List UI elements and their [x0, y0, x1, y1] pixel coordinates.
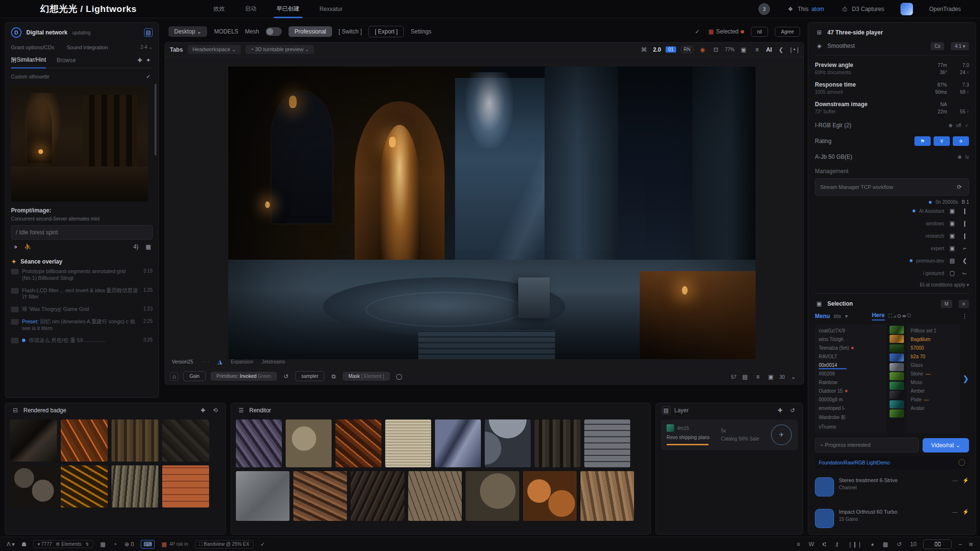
person-icon[interactable]: ⛹ [23, 242, 32, 251]
user-avatar[interactable]: 3 [758, 3, 770, 15]
stream-manager-input[interactable]: Stream Manager TCP workflow ⟳ [815, 178, 969, 196]
col-here[interactable]: Here [872, 312, 885, 320]
gain-button[interactable]: Gain [183, 371, 206, 381]
bandview-pill[interactable]: ⛶ Bandview @ 25% EX [195, 540, 254, 549]
property-row[interactable]: Response time 87% 7.3 1005 amount 50ms 6… [815, 81, 969, 95]
history-item[interactable]: Flash-LCD filter… rect invert & idea 重历程… [11, 285, 153, 304]
list-view-icon[interactable]: ≡ [754, 373, 762, 381]
selection-thumb[interactable] [890, 391, 904, 399]
selection-value-row[interactable]: Amber — [911, 386, 956, 395]
object-name[interactable]: Smoothest [827, 43, 855, 49]
texture-thumb[interactable] [466, 471, 519, 521]
texture-thumb[interactable] [335, 419, 381, 467]
chevron-down-icon[interactable]: ⌄ [789, 373, 798, 381]
layer-icon-b[interactable]: ❙ [960, 219, 969, 228]
texture-thumb[interactable] [408, 471, 462, 521]
tab-sound-integration[interactable]: Sound integration [67, 44, 108, 50]
texture-thumb[interactable] [385, 419, 431, 467]
selection-row[interactable]: RAVOLT [819, 352, 883, 361]
rating-button[interactable]: ¥ [934, 136, 950, 146]
layer-item[interactable]: expert ▣ ⌐ [815, 242, 969, 254]
texture-thumb[interactable] [293, 471, 347, 521]
prompt-input[interactable] [11, 225, 153, 240]
asset-card[interactable]: Stereo treatment 6-Strive Channel — ⚡ [815, 474, 969, 500]
selection-row[interactable]: Rainbow [819, 378, 883, 386]
doc-icon[interactable]: ▤ [144, 28, 153, 37]
workspace-pill[interactable]: Headworkspace ⌄ [188, 45, 241, 54]
selection-row[interactable]: Teenalza (5m) [819, 343, 883, 352]
col-caret-icon[interactable]: ▾ [845, 313, 848, 320]
layer-item[interactable]: i gestured ▢ ⌙ [815, 267, 969, 279]
layer-icon-a[interactable]: ▣ [948, 231, 957, 240]
texture-thumb[interactable] [162, 465, 209, 507]
selection-value-row[interactable]: Avatar — [911, 404, 956, 412]
jetstreams-label[interactable]: Jetstreams [262, 359, 285, 364]
selection-thumb[interactable] [890, 326, 904, 334]
selection-thumb[interactable] [890, 400, 904, 408]
selection-value-row[interactable]: Glass — [911, 361, 956, 369]
frame-icon[interactable]: ⊡ [712, 45, 720, 54]
menu-lines-icon[interactable]: ≡ [753, 45, 761, 54]
statusbar-icon[interactable]: W [809, 541, 814, 548]
selection-row[interactable]: #00209 [819, 369, 883, 378]
minus-icon[interactable]: – [958, 541, 962, 548]
keyboard-active-icon[interactable]: ⌨ [141, 540, 155, 549]
menu-item[interactable]: 效效 [212, 3, 226, 15]
spark-flame-icon[interactable]: ⚡ [962, 509, 969, 528]
ring-icon[interactable] [958, 459, 965, 466]
undo-icon[interactable]: ↺ [282, 372, 290, 381]
selected-indicator[interactable]: ▦ Selected [708, 28, 744, 35]
layer-icon-a[interactable]: ▣ [948, 244, 957, 253]
texture-thumb[interactable] [523, 471, 577, 521]
statusbar-icon[interactable]: ↺ [897, 541, 902, 548]
cs-chip[interactable]: Cs [931, 42, 944, 50]
statusbar-icon[interactable]: ⊕ 0 [124, 541, 134, 548]
layer-icon-a[interactable]: ▢ [948, 269, 957, 277]
layer-icon-a[interactable]: ▣ [948, 219, 957, 228]
subtab-similar[interactable]: 附Similar/Hint [11, 56, 46, 68]
layer-icon-a[interactable]: ▣ [948, 207, 957, 215]
history-item[interactable]: Prototype billboard-segments annotated g… [11, 265, 153, 285]
statusbar-icon[interactable]: ☗ [22, 541, 27, 548]
selection-thumb[interactable] [890, 363, 904, 371]
mask-field[interactable]: Mask [ Element ] [343, 372, 390, 381]
preview-thumbnail[interactable] [11, 86, 148, 201]
statusbar-icon[interactable]: ❘❙❘ [847, 541, 862, 548]
layer-icon-b[interactable]: ❮ [960, 256, 969, 265]
sliders-icon[interactable]: ❘•❘ [790, 45, 799, 54]
statusbar-icon[interactable]: ◔ [113, 541, 117, 548]
statusbar-icon[interactable]: 10 [910, 541, 916, 548]
layer-icon-b[interactable]: ❙ [960, 207, 969, 215]
texture-thumb[interactable] [584, 419, 630, 467]
selection-row[interactable]: vTrueno [819, 422, 883, 431]
tabs-badge[interactable]: 2-4 ⌄ [140, 44, 153, 50]
texture-thumb[interactable] [111, 419, 158, 462]
preview-pill[interactable]: ◔ 3D turntable preview ⌄ [245, 45, 314, 54]
expand-chevron-icon[interactable]: ❯ [963, 374, 969, 383]
desktop-dropdown[interactable]: Desktop ⌄ [168, 26, 207, 37]
selection-row[interactable]: Outdoor 15 [819, 386, 883, 395]
selection-value-row[interactable]: Stone — [911, 369, 956, 378]
app-store-icon[interactable] [901, 3, 913, 15]
tab-shipping[interactable]: 4m15 Revo shipping plans [667, 424, 713, 445]
ratio-chip[interactable]: 4:1 ▾ [951, 42, 969, 50]
mesh-toggle[interactable] [266, 27, 282, 36]
refresh-icon[interactable]: ⟳ [955, 183, 964, 191]
col-menu[interactable]: Menu [815, 313, 830, 320]
texture-thumb[interactable] [535, 419, 580, 467]
add-layer-icon[interactable]: ✚ [776, 406, 784, 415]
board-icon[interactable]: ▣ [739, 45, 748, 54]
texture-thumb[interactable] [10, 419, 57, 462]
grid-view-icon[interactable]: ▤ [741, 373, 749, 381]
col-icons[interactable]: ⛶ ◿ ⛭ ☰ ⛉ [889, 313, 911, 319]
zoom-unit-badge[interactable]: 01 [666, 46, 676, 53]
video-button[interactable]: Video/rat ⌄ [923, 438, 969, 452]
circle-icon[interactable]: ◯ [395, 372, 403, 381]
spark-flame-icon[interactable]: ⚡ [962, 477, 969, 496]
layer-icon-b[interactable]: ⌙ [960, 269, 969, 277]
add-icon[interactable]: ✚ [135, 56, 144, 65]
trades-link[interactable]: OpenTrades [929, 6, 961, 12]
selection-thumb[interactable] [890, 344, 904, 353]
ai-button[interactable]: AI [766, 46, 772, 53]
asset-card[interactable]: Impact Orthrust 60 Turbo 15 Gains — ⚡ [815, 505, 969, 532]
